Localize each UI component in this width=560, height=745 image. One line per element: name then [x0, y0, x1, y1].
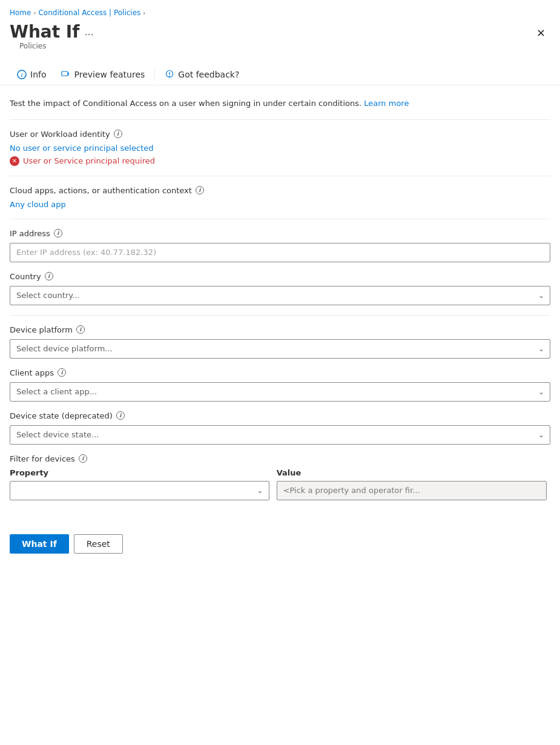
device-platform-section: Device platform i Select device platform… [10, 325, 550, 359]
error-icon: ✕ [10, 156, 19, 166]
what-if-button[interactable]: What If [10, 534, 69, 554]
user-identity-info-icon[interactable]: i [114, 130, 122, 138]
device-platform-select-wrapper: Select device platform... ⌄ [10, 339, 550, 359]
preview-features-label: Preview features [74, 70, 145, 79]
user-identity-label-text: User or Workload identity [10, 130, 110, 139]
cloud-apps-label: Cloud apps, actions, or authentication c… [10, 186, 550, 195]
feedback-icon [165, 70, 174, 79]
device-state-select[interactable]: Select device state... [10, 425, 550, 445]
page-title-text: What If [10, 22, 79, 42]
cloud-apps-info-icon[interactable]: i [196, 186, 204, 194]
ip-address-section: IP address i [10, 229, 550, 262]
client-apps-section: Client apps i Select a client app... ⌄ [10, 368, 550, 402]
filter-table-header: Property Value [10, 468, 550, 477]
ip-address-info-icon[interactable]: i [54, 229, 62, 237]
device-platform-label: Device platform i [10, 325, 550, 334]
breadcrumb-separator-2: › [143, 10, 145, 16]
reset-button[interactable]: Reset [74, 534, 123, 554]
breadcrumb-home[interactable]: Home [10, 8, 31, 17]
client-apps-info-icon[interactable]: i [58, 368, 66, 377]
filter-devices-section: Filter for devices i Property Value ⌄ [10, 454, 550, 500]
cloud-apps-section: Cloud apps, actions, or authentication c… [10, 186, 550, 209]
page-subtitle: Policies [10, 42, 94, 58]
filter-value-header: Value [277, 468, 547, 477]
filter-row: ⌄ [10, 481, 550, 500]
feedback-button[interactable]: Got feedback? [157, 65, 246, 85]
country-select-wrapper: Select country... ⌄ [10, 286, 550, 305]
device-platform-select[interactable]: Select device platform... [10, 339, 550, 359]
svg-text:i: i [21, 72, 23, 78]
description-text: Test the impact of Conditional Access on… [10, 98, 550, 110]
device-platform-info-icon[interactable]: i [76, 325, 85, 334]
device-state-label: Device state (deprecated) i [10, 411, 550, 420]
ip-address-label: IP address i [10, 229, 550, 238]
svg-point-6 [169, 76, 170, 78]
country-label: Country i [10, 272, 550, 281]
user-identity-section: User or Workload identity i No user or s… [10, 130, 550, 166]
ip-address-input[interactable] [10, 243, 550, 262]
page-container: Home › Conditional Access | Policies › W… [0, 0, 560, 563]
client-apps-select-wrapper: Select a client app... ⌄ [10, 382, 550, 402]
device-state-select-wrapper: Select device state... ⌄ [10, 425, 550, 445]
footer-buttons: What If Reset [0, 525, 560, 563]
user-identity-link[interactable]: No user or service principal selected [10, 144, 550, 153]
divider-3 [10, 219, 550, 219]
client-apps-select[interactable]: Select a client app... [10, 382, 550, 402]
user-identity-label: User or Workload identity i [10, 130, 550, 139]
info-button[interactable]: i Info [10, 65, 54, 85]
breadcrumb-separator-1: › [33, 10, 36, 16]
device-state-section: Device state (deprecated) i Select devic… [10, 411, 550, 445]
device-state-info-icon[interactable]: i [116, 411, 125, 420]
cloud-apps-label-text: Cloud apps, actions, or authentication c… [10, 186, 192, 195]
toolbar: i Info Preview features [0, 60, 560, 85]
ip-address-label-text: IP address [10, 229, 50, 238]
client-apps-label: Client apps i [10, 368, 550, 377]
user-identity-error-row: ✕ User or Service principal required [10, 156, 550, 166]
country-info-icon[interactable]: i [45, 272, 53, 280]
device-state-label-text: Device state (deprecated) [10, 411, 113, 420]
close-button[interactable]: ✕ [532, 24, 550, 42]
page-title: What If ... [10, 22, 94, 42]
user-identity-error-text: User or Service principal required [23, 156, 155, 165]
filter-devices-info-icon[interactable]: i [79, 454, 87, 463]
country-label-text: Country [10, 272, 41, 281]
title-group: What If ... Policies [10, 22, 94, 58]
svg-rect-2 [62, 71, 68, 76]
divider-4 [10, 315, 550, 316]
filter-devices-label: Filter for devices i [10, 454, 550, 463]
filter-table: Property Value ⌄ [10, 468, 550, 500]
preview-icon [61, 70, 71, 79]
preview-features-button[interactable]: Preview features [54, 65, 153, 85]
filter-property-select[interactable] [10, 481, 269, 500]
description-body: Test the impact of Conditional Access on… [10, 99, 361, 108]
divider-2 [10, 176, 550, 176]
filter-property-header: Property [10, 468, 269, 477]
feedback-label: Got feedback? [178, 70, 239, 79]
filter-devices-label-text: Filter for devices [10, 454, 75, 463]
client-apps-label-text: Client apps [10, 368, 54, 377]
divider-1 [10, 119, 550, 120]
country-select[interactable]: Select country... [10, 286, 550, 305]
breadcrumb: Home › Conditional Access | Policies › [0, 0, 560, 22]
more-options-icon[interactable]: ... [84, 26, 93, 38]
cloud-apps-link[interactable]: Any cloud app [10, 200, 550, 209]
info-label: Info [30, 70, 47, 79]
device-platform-label-text: Device platform [10, 325, 73, 334]
filter-property-select-wrapper: ⌄ [10, 481, 269, 500]
header-row: What If ... Policies ✕ [0, 22, 560, 60]
toolbar-divider [154, 69, 155, 81]
learn-more-link[interactable]: Learn more [364, 99, 409, 108]
country-section: Country i Select country... ⌄ [10, 272, 550, 305]
filter-value-input [277, 481, 547, 500]
breadcrumb-conditional-access[interactable]: Conditional Access | Policies [38, 8, 140, 17]
content-area: Test the impact of Conditional Access on… [0, 85, 560, 525]
info-circle-icon: i [17, 70, 27, 79]
